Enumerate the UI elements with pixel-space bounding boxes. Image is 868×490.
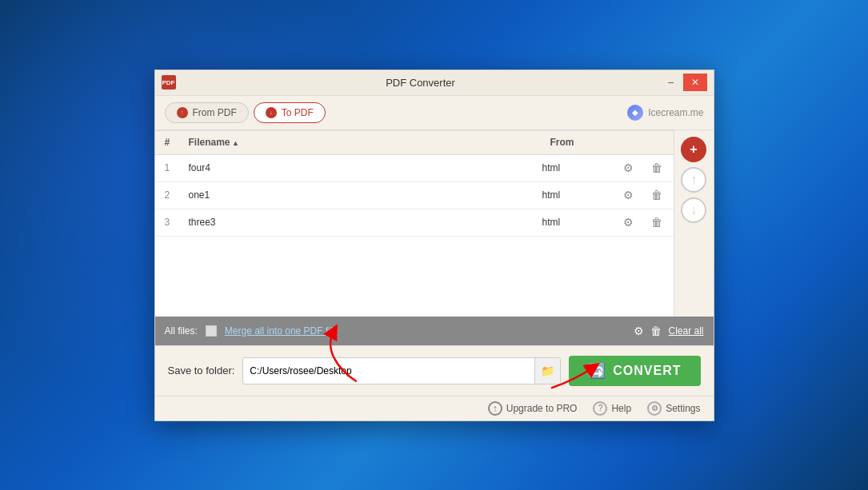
- add-file-button[interactable]: +: [681, 137, 706, 162]
- row3-filename: three3: [189, 217, 542, 228]
- brand-icon: ◆: [627, 105, 643, 121]
- convert-icon: 🔄: [588, 362, 606, 380]
- row3-delete-btn[interactable]: 🗑: [650, 214, 664, 230]
- row2-num: 2: [165, 189, 189, 201]
- merge-link[interactable]: Merge all into one PDF file: [225, 325, 338, 337]
- help-label: Help: [611, 403, 631, 414]
- allfiles-bar: All files: Merge all into one PDF file ⚙…: [155, 317, 714, 345]
- row1-filename: four4: [189, 162, 542, 173]
- col-num: #: [165, 137, 189, 148]
- help-button[interactable]: ? Help: [593, 401, 631, 416]
- browse-folder-button[interactable]: 📁: [534, 358, 560, 384]
- table-header: # Filename From: [155, 131, 674, 155]
- window-title: PDF Converter: [182, 77, 659, 89]
- col-from: From: [542, 137, 606, 148]
- col-filename[interactable]: Filename: [189, 137, 542, 148]
- row1-num: 1: [165, 162, 189, 173]
- from-pdf-label: From PDF: [193, 107, 237, 118]
- help-icon: ?: [593, 401, 607, 416]
- row3-num: 3: [165, 217, 189, 228]
- settings-icon: ⚙: [647, 401, 662, 416]
- row2-filename: one1: [189, 189, 542, 201]
- clear-all-button[interactable]: Clear all: [668, 325, 703, 337]
- row1-delete: 🗑: [635, 160, 664, 176]
- main-window: PDF PDF Converter – ✕ ↑ From PDF ↓ To PD…: [154, 70, 714, 421]
- settings-label: Settings: [666, 403, 700, 414]
- convert-label: CONVERT: [613, 364, 681, 378]
- save-path-input[interactable]: [243, 361, 534, 381]
- save-input-wrapper: 📁: [242, 357, 561, 384]
- brand-label: Icecream.me: [648, 107, 703, 118]
- table-area: # Filename From 1 four4 html ⚙: [155, 130, 674, 317]
- table-sidebar: + ↑ ↓: [674, 130, 714, 317]
- table-row: 2 one1 html ⚙ 🗑: [155, 182, 674, 209]
- settings-button[interactable]: ⚙ Settings: [647, 401, 700, 416]
- table-row: 1 four4 html ⚙ 🗑: [155, 155, 674, 182]
- row2-settings-btn[interactable]: ⚙: [622, 187, 635, 203]
- row1-delete-btn[interactable]: 🗑: [650, 160, 664, 176]
- from-pdf-tab[interactable]: ↑ From PDF: [165, 102, 249, 123]
- row1-settings-btn[interactable]: ⚙: [622, 160, 635, 176]
- move-up-button[interactable]: ↑: [681, 167, 706, 193]
- row1-actions: ⚙: [606, 160, 635, 176]
- bottombar: ↑ Upgrade to PRO ? Help ⚙ Settings: [155, 396, 714, 420]
- app-icon: PDF: [162, 75, 176, 90]
- allfiles-delete-btn[interactable]: 🗑: [650, 325, 662, 337]
- file-table-wrapper: # Filename From 1 four4 html ⚙: [155, 130, 714, 317]
- upgrade-icon: ↑: [488, 401, 502, 416]
- minimize-button[interactable]: –: [659, 74, 683, 91]
- toolbar: ↑ From PDF ↓ To PDF ◆ Icecream.me: [155, 96, 714, 130]
- to-pdf-tab[interactable]: ↓ To PDF: [254, 102, 326, 123]
- row2-from: html: [542, 189, 606, 201]
- row3-delete: 🗑: [635, 214, 664, 230]
- move-down-button[interactable]: ↓: [681, 197, 706, 223]
- titlebar: PDF PDF Converter – ✕: [155, 70, 714, 96]
- from-pdf-icon: ↑: [177, 107, 188, 118]
- save-label: Save to folder:: [168, 365, 235, 376]
- allfiles-settings-btn[interactable]: ⚙: [634, 325, 644, 337]
- upgrade-label: Upgrade to PRO: [506, 403, 578, 414]
- to-pdf-label: To PDF: [282, 107, 314, 118]
- row3-settings-btn[interactable]: ⚙: [622, 214, 635, 230]
- table-empty-area: [155, 237, 674, 317]
- window-controls: – ✕: [659, 74, 707, 91]
- upgrade-button[interactable]: ↑ Upgrade to PRO: [488, 401, 578, 416]
- row2-delete-btn[interactable]: 🗑: [650, 187, 664, 203]
- merge-checkbox[interactable]: [206, 325, 217, 337]
- save-area: Save to folder: 📁 🔄 CONVERT: [155, 345, 714, 396]
- row2-delete: 🗑: [635, 187, 664, 203]
- convert-button[interactable]: 🔄 CONVERT: [569, 356, 700, 386]
- table-main: # Filename From 1 four4 html ⚙: [155, 130, 674, 317]
- row3-actions: ⚙: [606, 214, 635, 230]
- allfiles-actions: ⚙ 🗑 Clear all: [634, 325, 703, 337]
- row3-from: html: [542, 217, 606, 228]
- to-pdf-icon: ↓: [266, 107, 277, 118]
- allfiles-label: All files:: [165, 325, 198, 337]
- brand-link[interactable]: ◆ Icecream.me: [627, 105, 703, 121]
- row2-actions: ⚙: [606, 187, 635, 203]
- row1-from: html: [542, 162, 606, 173]
- close-button[interactable]: ✕: [683, 74, 707, 91]
- table-row: 3 three3 html ⚙ 🗑: [155, 209, 674, 237]
